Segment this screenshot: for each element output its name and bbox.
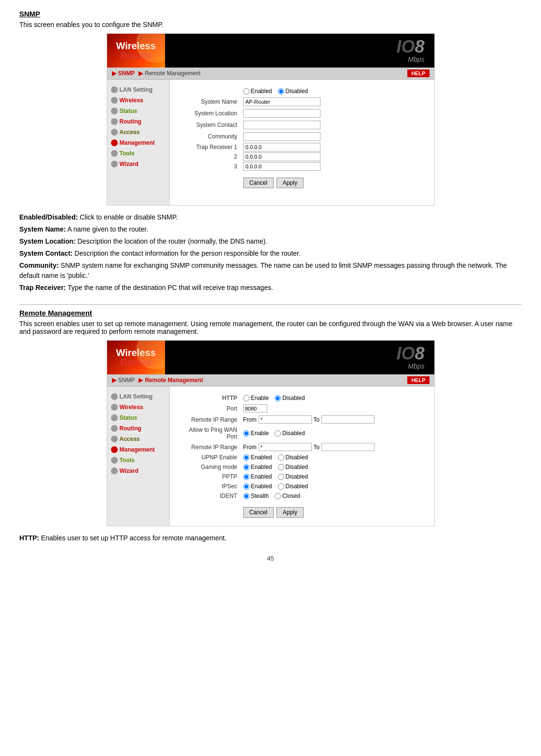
snmp-sysname-label: System Name: [178, 96, 240, 108]
gaming-enabled-option[interactable]: Enabled: [243, 464, 272, 470]
remote-sidebar-wireless[interactable]: Wireless: [107, 402, 169, 412]
remote-logo-image: Wireless Router: [107, 341, 165, 374]
http-enable-radio[interactable]: [243, 395, 250, 401]
logo-router: Router: [116, 51, 155, 60]
upnp-disable-radio[interactable]: [278, 454, 284, 461]
help-button[interactable]: HELP: [407, 69, 429, 77]
remote-sidebar-wizard[interactable]: Wizard: [107, 466, 169, 476]
sidebar-item-status[interactable]: Status: [107, 106, 169, 116]
snmp-trap3-input[interactable]: [243, 162, 320, 171]
upnp-disabled-text: Disabled: [286, 454, 308, 461]
pptp-disabled-option[interactable]: Disabled: [278, 473, 308, 480]
http-port-input[interactable]: [243, 404, 267, 412]
nav-snmp[interactable]: ▶ SNMP: [112, 70, 135, 77]
snmp-enabled-option[interactable]: Enabled: [243, 88, 272, 95]
http-disabled-option[interactable]: Disabled: [275, 395, 305, 401]
remote-sidebar-status[interactable]: Status: [107, 412, 169, 423]
ident-stealth-option[interactable]: Stealth: [243, 493, 269, 499]
sidebar-dot-status: [111, 108, 118, 114]
snmp-cancel-button[interactable]: Cancel: [243, 178, 274, 188]
ident-closed-option[interactable]: Closed: [275, 493, 300, 499]
remote-desc-http: HTTP: Enables user to set up HTTP access…: [19, 533, 522, 543]
upnp-enable-radio[interactable]: [243, 454, 250, 461]
http-ip-row: From To: [243, 415, 424, 424]
sidebar-item-lan[interactable]: LAN Setting: [107, 84, 169, 95]
http-from-input[interactable]: [259, 415, 312, 424]
http-enable-option[interactable]: Enable: [243, 395, 269, 401]
http-enable-text: Enable: [251, 395, 269, 401]
snmp-trap2-input[interactable]: [243, 152, 320, 161]
ident-stealth-radio[interactable]: [243, 493, 250, 499]
ping-wan-row: Allow to Ping WAN Port Enable Disabled: [178, 425, 427, 441]
remote-sidebar-tools[interactable]: Tools: [107, 455, 169, 466]
snmp-screenshot: Wireless Router IO8 Mbps ▶ SNMP ▶ Remote…: [107, 33, 435, 206]
snmp-enable-radio[interactable]: [243, 88, 250, 95]
ping-to-input[interactable]: [321, 443, 375, 451]
ipsec-value: Enabled Disabled: [240, 481, 427, 491]
sidebar-item-management[interactable]: Management: [107, 137, 169, 148]
ping-from-input[interactable]: [259, 443, 312, 451]
remote-nav-bar: ▶ SNMP ▶ Remote Management HELP: [107, 374, 434, 386]
sidebar-item-routing[interactable]: Routing: [107, 116, 169, 127]
snmp-enabled-text: Enabled: [251, 88, 272, 95]
snmp-desc-trap-bold: Trap Receiver:: [19, 284, 66, 291]
pptp-enabled-option[interactable]: Enabled: [243, 473, 272, 480]
snmp-disabled-option[interactable]: Disabled: [278, 88, 308, 95]
ipsec-enabled-option[interactable]: Enabled: [243, 483, 272, 490]
remote-sidebar-lan[interactable]: LAN Setting: [107, 391, 169, 402]
pptp-label: PPTP: [178, 472, 240, 481]
http-to-input[interactable]: [321, 415, 375, 424]
http-port-label: Port: [178, 403, 240, 414]
ping-enable-option[interactable]: Enable: [243, 430, 269, 437]
sidebar-item-tools[interactable]: Tools: [107, 148, 169, 159]
nav-remote-mgmt[interactable]: ▶ Remote Management: [139, 70, 200, 77]
sidebar-item-wizard[interactable]: Wizard: [107, 159, 169, 169]
remote-sidebar: LAN Setting Wireless Status Routing Acce…: [107, 386, 170, 526]
gaming-enable-radio[interactable]: [243, 464, 250, 470]
snmp-apply-button[interactable]: Apply: [277, 178, 304, 188]
http-disable-radio[interactable]: [275, 395, 281, 401]
upnp-enabled-option[interactable]: Enabled: [243, 454, 272, 461]
remote-help-button[interactable]: HELP: [407, 376, 429, 384]
gaming-disabled-option[interactable]: Disabled: [278, 464, 308, 470]
remote-label-wizard: Wizard: [120, 467, 139, 474]
remote-screenshot: Wireless Router IO8 Mbps ▶ SNMP ▶ Remote…: [107, 340, 435, 526]
ping-enable-radio[interactable]: [243, 430, 250, 437]
sidebar-item-wireless[interactable]: Wireless: [107, 95, 169, 106]
remote-nav-remote[interactable]: ▶ Remote Management: [139, 377, 203, 384]
remote-label-status: Status: [120, 414, 138, 421]
snmp-community-input[interactable]: [243, 132, 320, 141]
upnp-disabled-option[interactable]: Disabled: [278, 454, 308, 461]
ipsec-enable-radio[interactable]: [243, 483, 250, 490]
snmp-syscont-input[interactable]: [243, 121, 320, 129]
snmp-trap1-input[interactable]: [243, 143, 320, 151]
upnp-row: UPNP Enable Enabled Disabled: [178, 453, 427, 462]
remote-nav-snmp[interactable]: ▶ SNMP: [112, 377, 135, 384]
snmp-desc-sysname-bold: System Name:: [19, 225, 66, 233]
snmp-enabled-row: Enabled Disabled: [178, 86, 427, 96]
remote-cancel-button[interactable]: Cancel: [243, 507, 274, 518]
brand-unit: Mbps: [396, 55, 424, 63]
pptp-disable-radio[interactable]: [278, 474, 284, 480]
ping-disabled-option[interactable]: Disabled: [275, 430, 305, 437]
snmp-btn-label-cell: [178, 171, 240, 190]
remote-mgmt-intro: This screen enables user to set up remot…: [19, 320, 522, 335]
remote-apply-button[interactable]: Apply: [277, 507, 304, 518]
snmp-sysname-input[interactable]: [243, 97, 320, 106]
sidebar-item-access[interactable]: Access: [107, 127, 169, 137]
gaming-disable-radio[interactable]: [278, 464, 284, 470]
ipsec-disabled-option[interactable]: Disabled: [278, 483, 308, 490]
ping-disable-radio[interactable]: [275, 430, 281, 437]
remote-btn-value-cell: Cancel Apply: [240, 501, 427, 519]
remote-sidebar-management[interactable]: Management: [107, 444, 169, 455]
ping-remote-ip-value: From To: [240, 441, 427, 453]
snmp-sysloc-input[interactable]: [243, 109, 320, 118]
snmp-disable-radio[interactable]: [278, 88, 284, 95]
page-number: 45: [19, 555, 522, 562]
ipsec-disable-radio[interactable]: [278, 483, 284, 490]
ident-closed-radio[interactable]: [275, 493, 281, 499]
pptp-enable-radio[interactable]: [243, 474, 250, 480]
router-logo-image: Wireless Router: [107, 34, 165, 68]
remote-sidebar-routing[interactable]: Routing: [107, 423, 169, 434]
remote-sidebar-access[interactable]: Access: [107, 434, 169, 444]
